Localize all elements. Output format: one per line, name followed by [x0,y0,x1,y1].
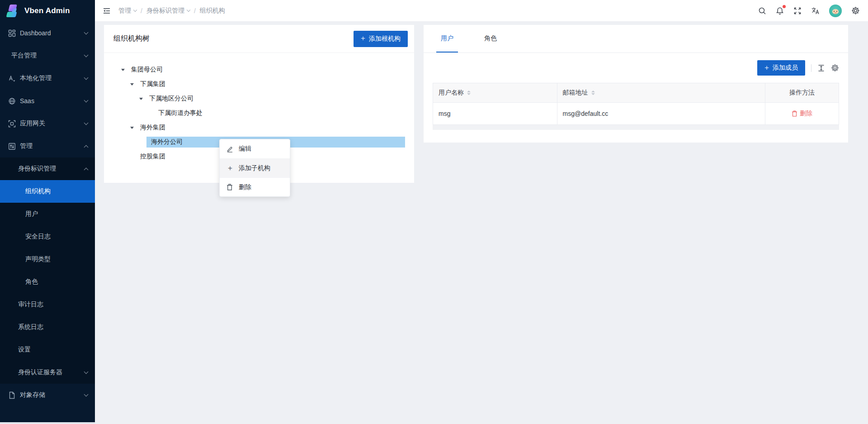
sidebar-item-security-logs[interactable]: 安全日志 [0,225,95,248]
sidebar-item-label: 安全日志 [25,233,88,241]
breadcrumb-separator: / [141,7,142,14]
cell-email: msg@default.cc [557,103,765,124]
management-submenu: 身份标识管理 组织机构 用户 安全日志 声明类型 角色 [0,157,95,384]
sidebar-item-label: Dashboard [20,29,81,37]
sidebar-item-label: 身份认证服务器 [18,368,81,376]
sidebar-item-identity-management[interactable]: 身份标识管理 [0,157,95,180]
cell-actions: 删除 [765,103,839,124]
notification-bell-icon[interactable] [776,7,784,15]
storage-file-icon [8,391,16,399]
column-label: 操作方法 [789,89,815,97]
plus-icon: + [361,34,365,42]
sidebar: Vben Admin Dashboard 平台管理 本地化管理 [0,0,95,424]
menu-item-label: 添加子机构 [239,164,270,172]
sort-icon[interactable] [467,91,471,95]
chevron-down-icon [84,53,89,57]
sidebar-item-app-gateway[interactable]: 应用网关 [0,112,95,135]
table-settings-gear-icon[interactable] [831,64,839,72]
tab-users[interactable]: 用户 [436,25,458,52]
tree-node-label: 控股集团 [137,151,168,162]
sidebar-item-label: 身份标识管理 [18,165,81,173]
caret-down-icon[interactable] [129,83,137,86]
username-value: msg [439,110,450,117]
table-header-row: 用户名称 邮箱地址 操作方法 [433,83,839,102]
sidebar-item-system-logs[interactable]: 系统日志 [0,316,95,338]
chevron-up-icon [84,167,89,172]
cell-username: msg [433,103,557,124]
localization-icon [8,75,16,82]
sidebar-item-audit-logs[interactable]: 审计日志 [0,293,95,316]
sidebar-item-localization[interactable]: 本地化管理 [0,67,95,90]
breadcrumb-label: 组织机构 [200,7,225,15]
sidebar-item-saas[interactable]: Saas [0,90,95,112]
add-member-button[interactable]: + 添加成员 [757,60,805,76]
tree-node-sub-group[interactable]: 下属集团 [104,77,414,91]
sidebar-item-platform-management[interactable]: 平台管理 [0,44,95,67]
caret-down-icon[interactable] [138,98,146,100]
breadcrumb-item-management[interactable]: 管理 [118,7,137,15]
chevron-down-icon [133,8,137,12]
translate-icon[interactable] [811,7,820,15]
sidebar-item-label: 审计日志 [18,300,88,309]
chevron-down-icon [84,30,89,35]
caret-down-icon[interactable] [129,127,137,129]
menu-fold-icon[interactable] [103,7,111,15]
context-menu-add-child[interactable]: + 添加子机构 [220,158,290,177]
header-actions [758,5,860,17]
gateway-icon [8,120,16,128]
sidebar-item-claim-types[interactable]: 声明类型 [0,248,95,271]
main-area: 管理 / 身份标识管理 / 组织机构 [95,0,868,424]
chevron-up-icon [84,145,89,149]
tree-node-label: 下属集团 [137,79,168,90]
trash-icon [792,110,797,117]
tree-node-group-parent[interactable]: 集团母公司 [104,62,414,77]
sidebar-item-management[interactable]: 管理 [0,135,95,157]
button-label: 添加成员 [773,64,798,72]
sidebar-item-organizations[interactable]: 组织机构 [0,180,95,203]
email-value: msg@default.cc [563,110,609,117]
tab-label: 角色 [484,34,497,43]
tree-node-regional-branch[interactable]: 下属地区分公司 [104,91,414,106]
settings-gear-icon[interactable] [851,6,860,15]
sidebar-item-label: 用户 [25,210,88,218]
breadcrumb-item-identity-management[interactable]: 身份标识管理 [146,7,190,15]
sidebar-item-label: 对象存储 [20,391,81,399]
sidebar-item-label: 系统日志 [18,323,88,331]
fullscreen-icon[interactable] [793,7,802,15]
sidebar-item-label: 管理 [20,142,81,150]
sidebar-scrollbar[interactable] [0,422,95,424]
caret-down-icon[interactable] [120,69,128,71]
user-avatar[interactable] [829,5,842,17]
context-menu-delete[interactable]: 删除 [220,177,290,196]
sidebar-item-dashboard[interactable]: Dashboard [0,22,95,44]
add-root-organization-button[interactable]: + 添加根机构 [354,31,408,47]
chevron-down-icon [84,370,89,374]
sort-icon[interactable] [591,91,595,95]
search-icon[interactable] [758,7,766,15]
app-title: Vben Admin [24,6,70,15]
tree-node-overseas-group[interactable]: 海外集团 [104,120,414,135]
row-height-icon[interactable] [817,64,825,72]
vben-logo-icon [6,4,20,18]
logo[interactable]: Vben Admin [0,0,95,22]
saas-icon [8,97,16,105]
table-toolbar: + 添加成员 [424,53,848,83]
context-menu-edit[interactable]: 编辑 [220,139,290,158]
delete-member-button[interactable]: 删除 [792,110,812,118]
sidebar-item-settings[interactable]: 设置 [0,338,95,361]
column-header-email[interactable]: 邮箱地址 [557,83,765,102]
button-label: 添加根机构 [369,35,401,43]
column-label: 用户名称 [439,89,464,97]
members-table: 用户名称 邮箱地址 操作方法 msg [433,83,839,125]
sidebar-item-label: 本地化管理 [20,74,81,82]
tab-roles[interactable]: 角色 [480,25,501,52]
column-label: 邮箱地址 [563,89,588,97]
column-header-username[interactable]: 用户名称 [433,83,557,102]
delete-label: 删除 [800,110,812,118]
sidebar-item-users[interactable]: 用户 [0,203,95,225]
tree-node-label: 下属街道办事处 [156,108,205,119]
sidebar-item-object-storage[interactable]: 对象存储 [0,384,95,406]
sidebar-item-roles[interactable]: 角色 [0,271,95,293]
sidebar-item-identity-server[interactable]: 身份认证服务器 [0,361,95,384]
tree-node-street-office[interactable]: 下属街道办事处 [104,106,414,120]
